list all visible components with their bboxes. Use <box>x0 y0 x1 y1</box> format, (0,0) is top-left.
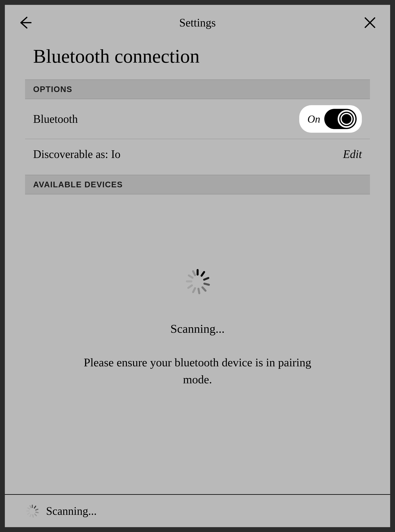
scanning-status: Scanning... <box>170 322 225 336</box>
row-discoverable: Discoverable as: Io Edit <box>25 139 370 175</box>
svg-line-12 <box>34 506 36 508</box>
svg-line-10 <box>193 271 195 275</box>
header-title: Settings <box>33 16 362 29</box>
svg-line-3 <box>204 284 209 285</box>
svg-line-15 <box>35 514 36 516</box>
header-bar: Settings <box>5 5 390 37</box>
svg-line-18 <box>27 513 29 514</box>
section-header-options: OPTIONS <box>25 79 370 99</box>
footer-spinner-icon <box>25 504 40 518</box>
back-button[interactable] <box>17 15 33 31</box>
svg-line-13 <box>36 509 38 510</box>
svg-line-1 <box>201 272 204 276</box>
section-header-available-devices: AVAILABLE DEVICES <box>25 175 370 194</box>
svg-line-17 <box>30 514 31 516</box>
bluetooth-toggle[interactable]: On <box>299 105 362 133</box>
bluetooth-label: Bluetooth <box>33 112 78 125</box>
content: OPTIONS Bluetooth On Discoverable as: Io… <box>5 79 390 494</box>
svg-line-2 <box>204 278 208 280</box>
scanning-area: Scanning... Please ensure your bluetooth… <box>25 194 370 494</box>
edit-discoverable-button[interactable]: Edit <box>343 148 362 161</box>
svg-line-9 <box>189 275 192 278</box>
section-header-options-label: OPTIONS <box>33 85 362 94</box>
screen: Settings Bluetooth connection OPTIONS Bl… <box>5 5 390 527</box>
arrow-left-icon <box>18 16 32 30</box>
page-title: Bluetooth connection <box>5 37 390 79</box>
footer-status: Scanning... <box>46 504 97 517</box>
toggle-knob <box>338 110 355 128</box>
close-icon <box>363 16 377 30</box>
row-bluetooth: Bluetooth On <box>25 99 370 139</box>
close-button[interactable] <box>362 15 378 31</box>
svg-line-20 <box>28 508 30 509</box>
svg-line-6 <box>193 288 195 292</box>
scanning-message: Please ensure your bluetooth device is i… <box>76 354 319 388</box>
svg-line-16 <box>33 515 33 517</box>
svg-line-21 <box>30 506 31 508</box>
footer-bar: Scanning... <box>5 494 390 527</box>
loading-spinner-icon <box>183 267 212 296</box>
svg-line-4 <box>202 287 205 291</box>
toggle-track <box>324 109 357 129</box>
svg-line-14 <box>36 512 38 513</box>
device-frame: Settings Bluetooth connection OPTIONS Bl… <box>0 0 395 532</box>
svg-line-5 <box>198 289 199 293</box>
svg-line-7 <box>188 286 192 288</box>
section-header-available-label: AVAILABLE DEVICES <box>33 180 362 189</box>
discoverable-label: Discoverable as: Io <box>33 148 121 161</box>
bluetooth-toggle-state-label: On <box>307 113 320 125</box>
